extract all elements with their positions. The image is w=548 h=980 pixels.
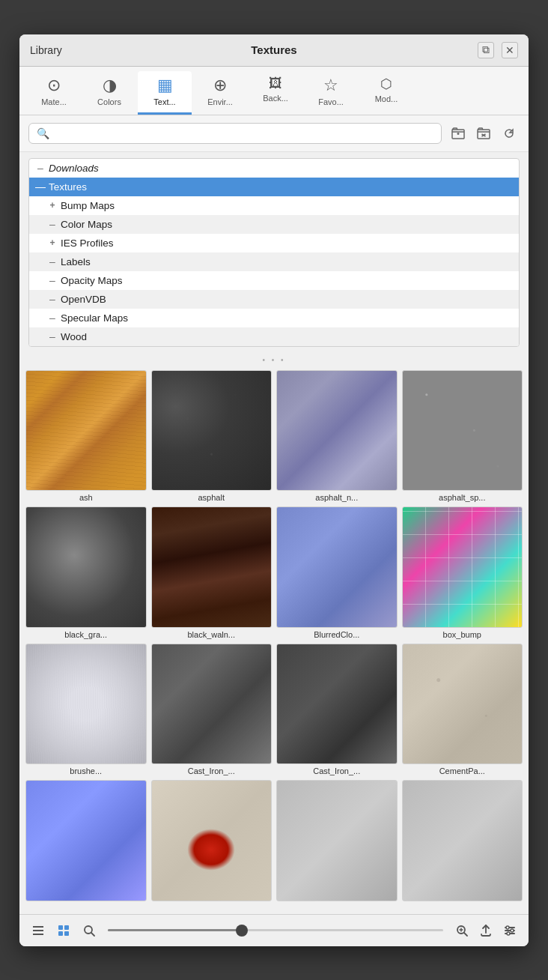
tree-item-specular-maps[interactable]: – Specular Maps <box>29 309 519 327</box>
search-input-wrap[interactable]: 🔍 <box>28 123 442 144</box>
title-bar: Library Textures ⧉ ✕ <box>19 34 529 67</box>
tab-environment[interactable]: ⊕ Envir... <box>193 71 247 115</box>
texture-row: black_gra... black_waln... BlurredClo...… <box>25 506 523 639</box>
tab-materials[interactable]: ⊙ Mate... <box>27 71 81 115</box>
asphalt-n-thumbnail <box>276 370 398 491</box>
search-icon: 🔍 <box>37 127 49 139</box>
asphalt-label: asphalt <box>151 493 273 502</box>
favorites-icon: ☆ <box>323 76 338 95</box>
bump-maps-label: Bump Maps <box>61 200 115 211</box>
tree-item-color-maps[interactable]: – Color Maps <box>29 215 519 234</box>
add-folder-button[interactable] <box>448 123 469 144</box>
zoom-in-icon <box>455 924 469 937</box>
tree-item-labels[interactable]: – Labels <box>29 252 519 271</box>
tree-item-ies-profiles[interactable]: + IES Profiles <box>29 234 519 252</box>
backplates-label: Back... <box>263 94 288 103</box>
tree-item-wood[interactable]: – Wood <box>29 327 519 346</box>
texture-blue-fabric[interactable] <box>25 780 147 904</box>
texture-box-bump[interactable]: box_bump <box>402 506 523 639</box>
extra1-thumbnail <box>276 780 398 901</box>
blurred-clo-label: BlurredClo... <box>276 630 398 639</box>
texture-asphalt-n[interactable]: asphalt_n... <box>276 370 398 503</box>
close-button[interactable]: ✕ <box>502 42 518 58</box>
colors-label: Colors <box>97 97 121 106</box>
tree-item-bump-maps[interactable]: + Bump Maps <box>29 196 519 215</box>
texture-ash[interactable]: ash <box>25 370 147 503</box>
tree-item-textures[interactable]: — Textures <box>29 178 519 196</box>
tab-colors[interactable]: ◑ Colors <box>82 71 136 115</box>
texture-extra1[interactable] <box>276 780 398 904</box>
texture-cement-pa[interactable]: CementPa... <box>402 644 523 776</box>
tab-textures[interactable]: ▦ Text... <box>138 71 192 115</box>
texture-cast-iron-1[interactable]: Cast_Iron_... <box>151 644 273 776</box>
tree-item-openvdb[interactable]: – OpenVDB <box>29 290 519 309</box>
labels-toggle: – <box>47 256 58 267</box>
window-title-center: Textures <box>251 43 296 56</box>
box-bump-thumbnail <box>402 506 523 628</box>
texture-blood[interactable] <box>151 780 273 904</box>
title-bar-buttons: ⧉ ✕ <box>478 42 518 58</box>
materials-icon: ⊙ <box>47 76 61 95</box>
texture-black-gra[interactable]: black_gra... <box>25 506 147 639</box>
refresh-icon <box>502 126 517 141</box>
texture-asphalt-sp[interactable]: asphalt_sp... <box>402 370 523 503</box>
resize-handle[interactable]: • • • <box>19 353 529 367</box>
cast-iron-1-label: Cast_Iron_... <box>151 766 273 775</box>
list-view-icon <box>31 924 45 937</box>
svg-point-18 <box>506 926 509 929</box>
texture-extra2[interactable] <box>402 780 523 904</box>
list-view-button[interactable] <box>28 921 48 940</box>
texture-blurred-clo[interactable]: BlurredClo... <box>276 506 398 639</box>
texture-cast-iron-2[interactable]: Cast_Iron_... <box>276 644 398 776</box>
refresh-button[interactable] <box>499 123 520 144</box>
settings-icon <box>503 924 517 937</box>
color-maps-toggle: – <box>47 219 58 229</box>
models-icon: ⬡ <box>380 76 392 92</box>
opacity-maps-toggle: – <box>47 275 58 285</box>
remove-folder-icon <box>476 126 491 141</box>
brushed-thumbnail <box>25 644 147 765</box>
textures-icon: ▦ <box>157 76 173 95</box>
tree-item-downloads[interactable]: – Downloads <box>29 159 519 178</box>
grid-view-button[interactable] <box>54 921 73 940</box>
ies-profiles-toggle: + <box>47 238 58 248</box>
bump-maps-toggle: + <box>47 200 58 211</box>
tab-favorites[interactable]: ☆ Favo... <box>304 71 358 115</box>
black-gra-label: black_gra... <box>25 630 147 639</box>
zoom-slider-thumb[interactable] <box>236 925 248 937</box>
search-bar: 🔍 <box>19 115 529 152</box>
black-waln-label: black_waln... <box>151 630 273 639</box>
backplates-icon: 🖼 <box>269 76 282 91</box>
svg-point-20 <box>507 932 510 935</box>
upload-button[interactable] <box>476 921 496 940</box>
tab-backplates[interactable]: 🖼 Back... <box>249 71 302 115</box>
remove-folder-button[interactable] <box>473 123 494 144</box>
svg-rect-3 <box>33 930 43 931</box>
wood-toggle: – <box>47 331 58 342</box>
brushed-label: brushe... <box>25 766 147 775</box>
downloads-toggle: – <box>35 163 46 173</box>
svg-rect-2 <box>33 926 43 928</box>
settings-button[interactable] <box>500 921 520 940</box>
folder-tree: – Downloads — Textures + Bump Maps – Col… <box>28 158 520 347</box>
texture-brushed[interactable]: brushe... <box>25 644 147 776</box>
copy-button[interactable]: ⧉ <box>478 42 494 58</box>
tree-item-opacity-maps[interactable]: – Opacity Maps <box>29 271 519 290</box>
environment-label: Envir... <box>207 97 233 106</box>
window-title-left: Library <box>30 44 62 56</box>
search-bottom-button[interactable] <box>79 921 99 940</box>
cast-iron-1-thumbnail <box>151 644 273 765</box>
textures-toggle: — <box>35 181 46 192</box>
ash-thumbnail <box>25 370 147 491</box>
black-waln-thumbnail <box>151 506 273 628</box>
zoom-in-button[interactable] <box>452 921 472 940</box>
asphalt-thumbnail <box>151 370 273 491</box>
svg-rect-5 <box>58 925 63 930</box>
texture-asphalt[interactable]: asphalt <box>151 370 273 503</box>
openvdb-label: OpenVDB <box>61 294 106 305</box>
texture-black-waln[interactable]: black_waln... <box>151 506 273 639</box>
tab-models[interactable]: ⬡ Mod... <box>359 71 413 115</box>
add-folder-icon <box>451 126 466 141</box>
opacity-maps-label: Opacity Maps <box>61 275 123 286</box>
search-input[interactable] <box>52 127 433 139</box>
